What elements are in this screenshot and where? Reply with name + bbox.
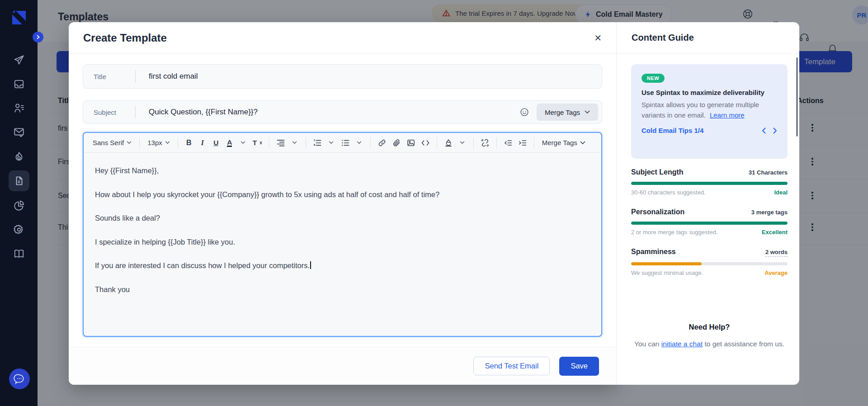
tip-body: Spintax allows you to generate multiple … [642,100,775,120]
progress-bar [631,262,788,265]
need-help-text: You can initiate a chat to get assistanc… [631,339,788,349]
metric-rating: Excellent [762,229,788,236]
body-paragraph: I specialize in helping {{Job Title}} li… [95,236,590,248]
sidebar-item-analytics[interactable] [0,195,38,216]
bold-icon[interactable]: B [183,136,195,150]
title-field-value[interactable]: first cold email [136,72,602,81]
fill-color-chevron-icon[interactable] [457,136,468,150]
close-icon[interactable]: ✕ [594,33,602,43]
toolbar-separator [437,137,437,148]
italic-icon[interactable]: I [197,136,208,150]
font-size-value: 13px [147,139,162,146]
body-paragraph: Hey {{First Name}}, [95,165,590,176]
toolbar-separator [370,137,371,148]
scrollbar-thumb[interactable] [796,57,798,137]
toolbar-separator [496,137,497,148]
content-guide-panel: Content Guide NEW Use Spintax to maximiz… [616,22,799,385]
sidebar-item-leads[interactable] [0,98,38,118]
progress-bar [631,182,788,185]
indent-icon[interactable] [516,136,529,150]
sidebar-item-inbox[interactable] [0,74,38,94]
tip-card: NEW Use Spintax to maximize deliverabili… [631,64,788,159]
emoji-picker-icon[interactable] [519,107,529,117]
initiate-chat-link[interactable]: initiate a chat [661,340,703,348]
align-chevron-icon[interactable] [289,136,301,150]
ordered-list-icon[interactable] [311,136,324,150]
need-help-title: Need Help? [631,323,788,331]
metric-rating: Average [764,269,788,276]
sidebar-item-email-accounts[interactable] [0,122,38,142]
new-badge: NEW [642,74,665,83]
metric-hint: We suggest minimal usage. [631,269,703,276]
text-color-chevron-icon[interactable] [237,136,249,150]
subject-field-value[interactable]: Quick Question, {{First Name}}? [136,108,519,117]
clear-formatting-icon[interactable]: Tx [251,136,264,150]
body-paragraph-text: If you are interested I can discuss how … [95,261,310,269]
title-field-label: Title [83,73,135,80]
editor-merge-tags-button[interactable]: Merge Tags [539,136,588,150]
modal-header: Create Template ✕ [69,22,616,54]
body-paragraph: Sounds like a deal? [95,212,590,224]
create-template-modal: Create Template ✕ Title first cold email… [69,22,616,385]
attachment-icon[interactable] [390,136,403,150]
sidebar-item-resources[interactable] [0,243,38,264]
ordered-list-chevron-icon[interactable] [326,136,337,150]
sidebar-item-campaigns[interactable] [0,50,38,71]
sidebar-item-settings[interactable] [0,219,38,240]
learn-more-link[interactable]: Learn more [710,111,745,119]
metric-name: Spamminess [631,248,676,256]
content-guide-header: Content Guide [617,22,799,54]
font-size-select[interactable]: 13px [145,136,173,150]
code-icon[interactable] [419,136,432,150]
text-color-icon[interactable]: A [224,136,236,150]
toolbar-separator [269,137,269,148]
email-body-content[interactable]: Hey {{First Name}}, How about I help you… [84,153,601,319]
image-icon[interactable] [405,136,417,150]
subject-field[interactable]: Subject Quick Question, {{First Name}}? … [83,100,602,124]
bullet-list-chevron-icon[interactable] [354,136,365,150]
need-help-section: Need Help? You can initiate a chat to ge… [631,323,788,349]
chat-widget-button[interactable] [9,368,30,389]
modal-footer: Send Test Email Save [69,347,616,385]
metric-spamminess: Spamminess 2 words We suggest minimal us… [631,248,788,276]
font-family-select[interactable]: Sans Serif [90,136,134,150]
underline-icon[interactable]: U [210,136,222,150]
tips-pager-label: Cold Email Tips 1/4 [642,127,703,134]
metric-hint: 30-60 characters suggested. [631,189,706,196]
progress-bar [631,222,788,225]
smartlead-logo[interactable] [9,7,29,28]
editor-toolbar: Sans Serif 13px B I U A Tx [84,133,601,153]
unlink-icon[interactable] [479,136,491,150]
body-paragraph: If you are interested I can discuss how … [95,260,590,271]
save-button[interactable]: Save [559,357,599,376]
sidebar [0,0,38,406]
title-field[interactable]: Title first cold email [83,64,602,89]
tip-title: Use Spintax to maximize deliverability [642,89,777,96]
need-help-prefix: You can [634,340,661,348]
outdent-icon[interactable] [502,136,514,150]
editor-merge-tags-label: Merge Tags [542,139,577,146]
sidebar-item-templates[interactable] [0,170,38,191]
tips-next-icon[interactable] [773,127,777,134]
bullet-list-icon[interactable] [339,136,352,150]
link-icon[interactable] [376,136,388,150]
toolbar-separator [306,137,306,148]
toolbar-separator [534,137,534,148]
metric-value: 3 merge tags [751,209,788,216]
subject-merge-tags-label: Merge Tags [545,109,580,116]
font-family-value: Sans Serif [93,139,124,146]
metric-personalization: Personalization 3 merge tags 2 or more m… [631,208,788,236]
text-align-icon[interactable] [274,136,287,150]
send-test-email-button[interactable]: Send Test Email [473,357,550,375]
email-body-editor: Sans Serif 13px B I U A Tx [83,132,602,337]
body-paragraph: How about I help you skyrocket your {{Co… [95,189,590,200]
tips-prev-icon[interactable] [762,127,766,134]
metric-value[interactable]: 2 words [765,249,788,257]
save-label: Save [571,362,588,370]
subject-merge-tags-button[interactable]: Merge Tags [537,104,598,121]
text-cursor [310,261,311,269]
sidebar-item-warmup[interactable] [0,146,38,167]
fill-color-icon[interactable] [442,136,455,150]
sidebar-collapse-toggle[interactable] [33,32,43,42]
metric-subject-length: Subject Length 31 Characters 30-60 chara… [631,168,788,196]
